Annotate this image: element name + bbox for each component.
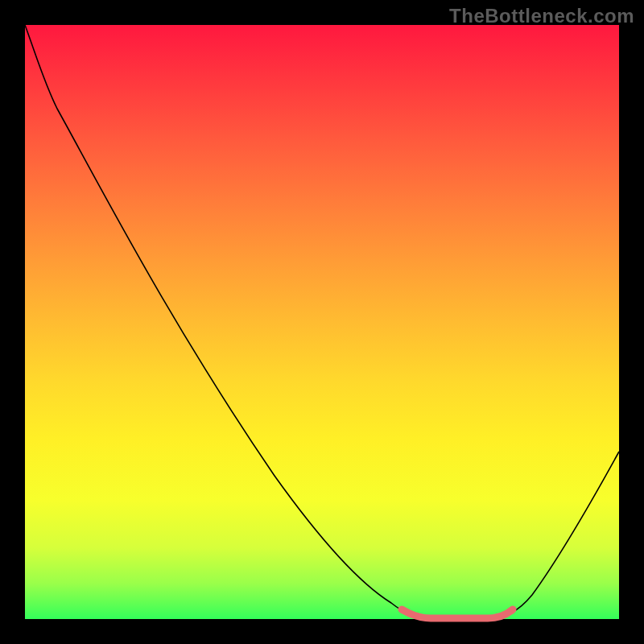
- chart-frame: TheBottleneck.com: [0, 0, 644, 644]
- watermark-text: TheBottleneck.com: [449, 5, 634, 27]
- plot-area: [25, 25, 619, 619]
